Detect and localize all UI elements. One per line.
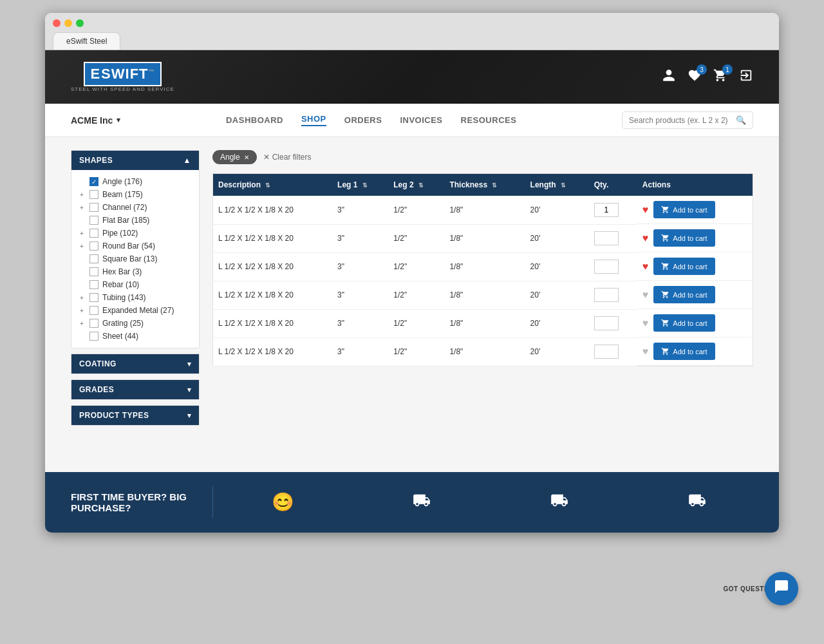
- checkbox-squarebar[interactable]: [89, 254, 98, 263]
- user-icon[interactable]: [662, 68, 676, 86]
- sort-leg2[interactable]: ⇅: [418, 182, 424, 189]
- sidebar-item-channel[interactable]: + Channel (72): [75, 201, 195, 214]
- dot-red[interactable]: [53, 19, 61, 27]
- sidebar-item-sheet[interactable]: + Sheet (44): [75, 330, 195, 343]
- add-to-cart-button-3[interactable]: Add to cart: [653, 286, 715, 303]
- sidebar-item-tubing[interactable]: + Tubing (143): [75, 291, 195, 304]
- expand-pipe[interactable]: +: [78, 230, 86, 237]
- search-icon[interactable]: 🔍: [736, 115, 746, 125]
- search-input[interactable]: [629, 116, 732, 125]
- cell-description-2: L 1/2 X 1/2 X 1/8 X 20: [213, 252, 333, 281]
- expand-tubing[interactable]: +: [78, 294, 86, 301]
- expand-beam[interactable]: +: [78, 191, 86, 198]
- add-to-cart-button-1[interactable]: Add to cart: [653, 229, 715, 247]
- cell-qty-2[interactable]: [589, 252, 637, 281]
- add-to-cart-button-0[interactable]: Add to cart: [653, 201, 715, 218]
- qty-input-0[interactable]: [594, 203, 619, 217]
- product-types-header[interactable]: PRODUCT TYPES ▾: [71, 406, 199, 425]
- wishlist-icon[interactable]: 3: [688, 68, 702, 86]
- add-to-cart-button-4[interactable]: Add to cart: [653, 314, 715, 332]
- add-to-cart-button-2[interactable]: Add to cart: [653, 258, 715, 275]
- favorite-icon-1[interactable]: ♥: [642, 232, 649, 244]
- favorite-icon-3[interactable]: ♥: [642, 289, 649, 301]
- nav-orders[interactable]: ORDERS: [344, 115, 382, 125]
- favorite-icon-2[interactable]: ♥: [642, 261, 649, 272]
- dot-yellow[interactable]: [64, 19, 72, 27]
- sidebar-item-beam[interactable]: + Beam (175): [75, 188, 195, 201]
- favorite-icon-0[interactable]: ♥: [642, 204, 649, 216]
- filter-tag-remove[interactable]: ✕: [244, 154, 249, 161]
- cell-description-4: L 1/2 X 1/2 X 1/8 X 20: [213, 309, 333, 337]
- qty-input-4[interactable]: [594, 316, 619, 330]
- sidebar-item-angle[interactable]: + Angle (176): [75, 175, 195, 188]
- logo[interactable]: E SWIFT™ STEEL WITH SPEED AND SERVICE: [71, 62, 174, 92]
- col-thickness[interactable]: Thickness ⇅: [444, 174, 525, 196]
- dot-green[interactable]: [76, 19, 84, 27]
- grades-header[interactable]: GRADES ▾: [71, 380, 199, 399]
- qty-input-5[interactable]: [594, 345, 619, 359]
- cell-qty-0[interactable]: [589, 196, 637, 224]
- col-leg1[interactable]: Leg 1 ⇅: [332, 174, 388, 196]
- shapes-header[interactable]: SHAPES ▲: [71, 151, 199, 170]
- checkbox-beam[interactable]: [89, 190, 98, 199]
- col-leg2[interactable]: Leg 2 ⇅: [388, 174, 444, 196]
- sidebar-item-roundbar[interactable]: + Round Bar (54): [75, 240, 195, 252]
- sort-thickness[interactable]: ⇅: [492, 182, 497, 189]
- expand-roundbar[interactable]: +: [78, 243, 86, 250]
- browser-tab[interactable]: eSwift Steel: [53, 32, 120, 50]
- cart-icon[interactable]: 1: [713, 68, 727, 86]
- sidebar-item-rebar[interactable]: + Rebar (10): [75, 278, 195, 291]
- checkbox-grating[interactable]: [89, 319, 98, 328]
- company-selector[interactable]: ACME Inc ▾: [71, 115, 120, 126]
- sidebar-item-flatbar[interactable]: + Flat Bar (185): [75, 214, 195, 227]
- sort-length[interactable]: ⇅: [561, 182, 566, 189]
- sidebar-item-pipe[interactable]: + Pipe (102): [75, 227, 195, 240]
- sort-description[interactable]: ⇅: [265, 182, 270, 189]
- sidebar-item-expandedmetal[interactable]: + Expanded Metal (27): [75, 304, 195, 317]
- nav-resources[interactable]: RESOURCES: [461, 115, 517, 125]
- sidebar-item-squarebar[interactable]: + Square Bar (13): [75, 252, 195, 265]
- logout-icon[interactable]: [739, 68, 753, 86]
- flatbar-label: Flat Bar (185): [102, 216, 149, 225]
- checkbox-pipe[interactable]: [89, 229, 98, 238]
- expand-channel[interactable]: +: [78, 204, 86, 211]
- table-row: L 1/2 X 1/2 X 1/8 X 20 3" 1/2" 1/8" 20' …: [213, 309, 753, 337]
- tubing-label: Tubing (143): [102, 293, 146, 302]
- checkbox-angle[interactable]: [89, 177, 98, 186]
- checkbox-rebar[interactable]: [89, 280, 98, 289]
- cell-qty-1[interactable]: [589, 224, 637, 252]
- clear-filters-label: Clear filters: [272, 153, 312, 162]
- expand-grating[interactable]: +: [78, 320, 86, 327]
- checkbox-expandedmetal[interactable]: [89, 306, 98, 315]
- checkbox-flatbar[interactable]: [89, 216, 98, 225]
- footer-icon-truck3: [687, 491, 707, 514]
- sidebar-item-hexbar[interactable]: + Hex Bar (3): [75, 265, 195, 278]
- checkbox-tubing[interactable]: [89, 293, 98, 302]
- sidebar-item-grating[interactable]: + Grating (25): [75, 317, 195, 330]
- cell-description-5: L 1/2 X 1/2 X 1/8 X 20: [213, 337, 333, 366]
- add-to-cart-button-5[interactable]: Add to cart: [653, 343, 715, 360]
- expand-expandedmetal[interactable]: +: [78, 307, 86, 314]
- qty-input-2[interactable]: [594, 260, 619, 274]
- favorite-icon-4[interactable]: ♥: [642, 317, 649, 329]
- checkbox-hexbar[interactable]: [89, 267, 98, 276]
- nav-invoices[interactable]: INVOICES: [400, 115, 442, 125]
- coating-header[interactable]: COATING ▾: [71, 354, 199, 374]
- cell-leg2-1: 1/2": [388, 224, 444, 252]
- sort-leg1[interactable]: ⇅: [362, 182, 368, 189]
- clear-filters-button[interactable]: ✕ Clear filters: [263, 153, 312, 162]
- qty-input-3[interactable]: [594, 288, 619, 302]
- nav-shop[interactable]: SHOP: [301, 114, 326, 126]
- checkbox-sheet[interactable]: [89, 332, 98, 341]
- chat-button[interactable]: [765, 572, 798, 605]
- cell-qty-3[interactable]: [589, 281, 637, 309]
- cell-qty-5[interactable]: [589, 337, 637, 366]
- qty-input-1[interactable]: [594, 231, 619, 245]
- favorite-icon-5[interactable]: ♥: [642, 346, 649, 357]
- nav-dashboard[interactable]: DASHBOARD: [226, 115, 283, 125]
- checkbox-channel[interactable]: [89, 203, 98, 212]
- col-description[interactable]: Description ⇅: [213, 174, 333, 196]
- checkbox-roundbar[interactable]: [89, 242, 98, 251]
- col-length[interactable]: Length ⇅: [525, 174, 589, 196]
- cell-qty-4[interactable]: [589, 309, 637, 337]
